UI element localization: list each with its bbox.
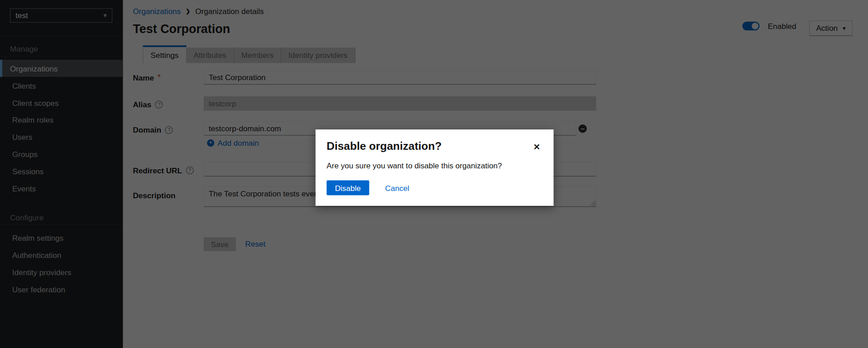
modal-footer: Disable Cancel — [326, 181, 542, 195]
modal-body-text: Are you sure you want to disable this or… — [326, 161, 542, 170]
modal-title: Disable organization? — [326, 140, 542, 153]
disable-button[interactable]: Disable — [326, 181, 369, 195]
app-viewport: test ▾ Manage Organizations Clients Clie… — [0, 0, 868, 348]
cancel-link[interactable]: Cancel — [385, 183, 409, 192]
disable-organization-modal: Disable organization? ✕ Are you sure you… — [316, 129, 554, 206]
close-icon[interactable]: ✕ — [533, 143, 540, 151]
